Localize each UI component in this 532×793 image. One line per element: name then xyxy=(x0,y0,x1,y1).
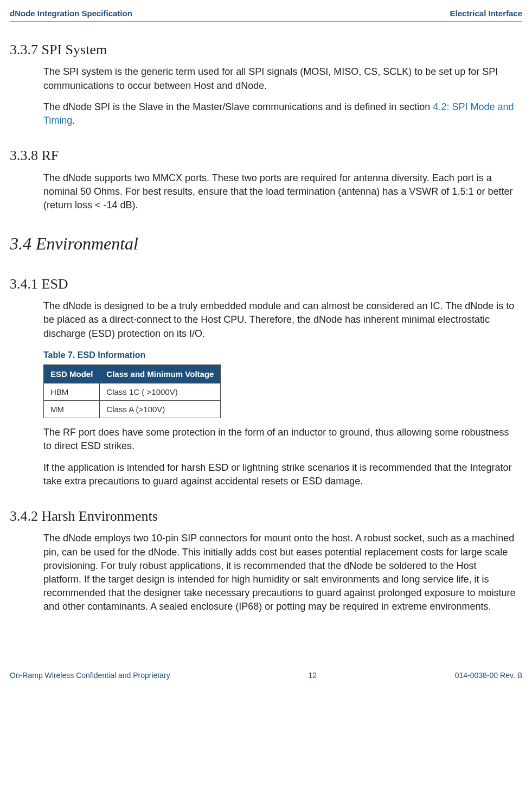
footer-right: 014-0038-00 Rev. B xyxy=(455,670,522,681)
td-class-1: Class A (>100V) xyxy=(100,401,221,418)
para-341-1: The dNode is designed to be a truly embe… xyxy=(43,299,516,341)
heading-3-3-8: 3.3.8 RF xyxy=(10,146,522,165)
para-341-2: The RF port does have some protection in… xyxy=(43,426,516,453)
para-338-1: The dNode supports two MMCX ports. These… xyxy=(43,171,516,213)
td-class-0: Class 1C ( >1000V) xyxy=(100,383,221,401)
para-337-2b: . xyxy=(72,115,75,126)
footer-left: On-Ramp Wireless Confidential and Propri… xyxy=(10,670,170,681)
heading-3-4: 3.4 Environmental xyxy=(10,232,522,256)
td-model-0: HBM xyxy=(44,383,100,401)
page-header: dNode Integration Specification Electric… xyxy=(10,0,522,22)
heading-3-3-7: 3.3.7 SPI System xyxy=(10,40,522,60)
para-341-3: If the application is intended for harsh… xyxy=(43,461,516,488)
footer-center: 12 xyxy=(308,670,317,681)
para-337-2: The dNode SPI is the Slave in the Master… xyxy=(43,100,516,127)
para-337-1: The SPI system is the generic term used … xyxy=(43,65,516,92)
header-left: dNode Integration Specification xyxy=(10,8,132,19)
table-row: HBM Class 1C ( >1000V) xyxy=(44,383,221,401)
heading-3-4-1: 3.4.1 ESD xyxy=(10,274,522,294)
table-row: MM Class A (>100V) xyxy=(44,401,221,418)
header-right: Electrical Interface xyxy=(450,8,522,19)
para-342-1: The dNode employs two 10-pin SIP connect… xyxy=(43,532,516,613)
heading-3-4-2: 3.4.2 Harsh Environments xyxy=(10,507,522,526)
table-esd-information: ESD Model Class and Minimum Voltage HBM … xyxy=(43,364,221,418)
para-337-2a: The dNode SPI is the Slave in the Master… xyxy=(43,101,433,112)
th-esd-model: ESD Model xyxy=(44,365,100,383)
th-class-min-voltage: Class and Minimum Voltage xyxy=(100,365,221,383)
td-model-1: MM xyxy=(44,401,100,418)
table-7-title: Table 7. ESD Information xyxy=(43,349,516,361)
page-footer: On-Ramp Wireless Confidential and Propri… xyxy=(10,622,522,692)
table-header-row: ESD Model Class and Minimum Voltage xyxy=(44,365,221,383)
